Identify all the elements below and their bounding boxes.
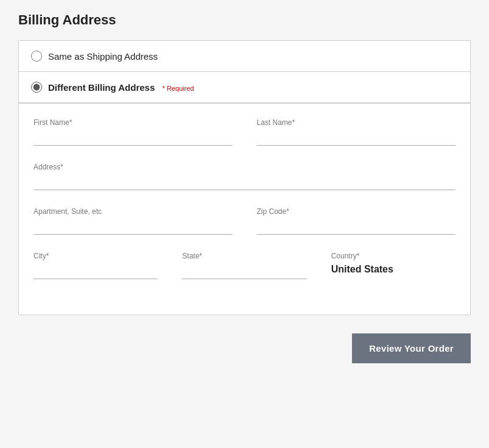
page-title: Billing Address <box>18 12 471 28</box>
bottom-action-row: Review Your Order <box>18 333 471 363</box>
review-order-button[interactable]: Review Your Order <box>352 333 471 363</box>
state-group: State* <box>182 252 306 279</box>
city-group: City* <box>33 252 158 279</box>
address-group: Address* <box>33 163 456 190</box>
apartment-group: Apartment, Suite, etc <box>33 207 233 235</box>
state-label: State* <box>182 252 306 260</box>
state-input[interactable] <box>182 264 306 279</box>
first-name-label: First Name* <box>33 118 233 127</box>
city-label: City* <box>33 252 158 260</box>
required-note: * Required <box>162 85 194 92</box>
same-as-shipping-radio[interactable] <box>31 51 42 62</box>
apt-zip-row: Apartment, Suite, etc Zip Code* <box>33 207 456 235</box>
zip-code-input[interactable] <box>257 219 456 235</box>
address-row: Address* <box>33 163 456 190</box>
same-as-shipping-label: Same as Shipping Address <box>48 51 158 62</box>
address-label: Address* <box>33 163 456 171</box>
zip-code-group: Zip Code* <box>257 207 456 235</box>
different-billing-radio[interactable] <box>31 82 42 93</box>
first-name-group: First Name* <box>33 118 233 146</box>
last-name-label: Last Name* <box>257 118 456 127</box>
country-value: United States <box>331 264 456 275</box>
billing-address-card: Same as Shipping Address Different Billi… <box>18 40 471 315</box>
address-input[interactable] <box>33 175 456 190</box>
city-input[interactable] <box>33 264 158 279</box>
city-state-country-row: City* State* Country* United States <box>33 252 456 279</box>
name-row: First Name* Last Name* <box>33 118 456 146</box>
zip-code-label: Zip Code* <box>257 207 456 216</box>
country-label: Country* <box>331 252 456 260</box>
different-billing-row: Different Billing Address * Required <box>19 72 470 103</box>
last-name-input[interactable] <box>257 130 456 146</box>
last-name-group: Last Name* <box>257 118 456 146</box>
different-billing-label: Different Billing Address * Required <box>48 82 194 93</box>
first-name-input[interactable] <box>33 130 233 146</box>
country-group: Country* United States <box>331 252 456 279</box>
same-as-shipping-row: Same as Shipping Address <box>19 41 470 72</box>
apartment-input[interactable] <box>33 219 233 235</box>
apartment-label: Apartment, Suite, etc <box>33 207 233 216</box>
billing-form-section: First Name* Last Name* Address* Apartmen… <box>19 103 470 315</box>
